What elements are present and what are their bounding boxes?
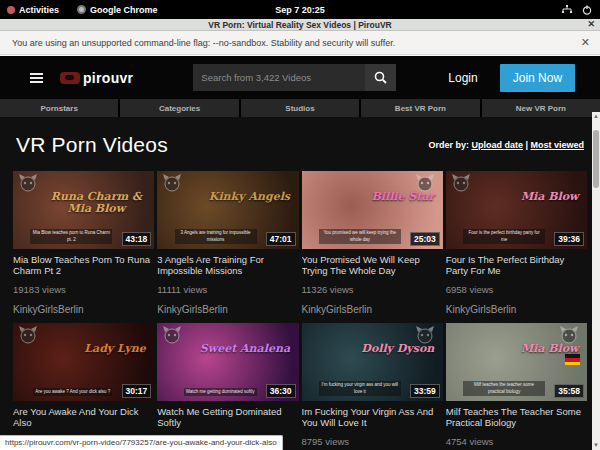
video-card[interactable]: Kinky Angels 3 Angels are training for i… [157,171,298,315]
nav-item-pornstars[interactable]: Pornstars [0,99,118,117]
join-now-button[interactable]: Join Now [500,64,575,92]
warning-text: You are using an unsupported command-lin… [12,38,395,48]
video-card[interactable]: Sweet Analena Watch me getting dominated… [157,323,298,450]
video-title[interactable]: Mia Blow Teaches Porn To Runa Charm Pt 2 [13,254,154,277]
thumbnail-performer-name: Dolly Dyson [361,343,434,355]
site-logo[interactable]: pirouvr [60,70,133,86]
thumbnail-performer-name: Runa Charm & Mia Blow [47,191,146,215]
video-thumbnail[interactable]: Mia Blow Four is the perfect birthday pa… [446,171,587,249]
duration-badge: 30:17 [122,384,152,398]
thumbnail-caption: 3 Angels are training for impossible mis… [175,229,257,244]
order-most-viewed-link[interactable]: Most viewed [530,140,584,150]
clock[interactable]: Sep 7 20:25 [275,5,325,15]
power-icon[interactable] [582,5,592,15]
thumbnail-performer-name: Kinky Angels [209,191,290,203]
login-link[interactable]: Login [448,71,477,85]
order-upload-date-link[interactable]: Upload date [471,140,523,150]
chrome-icon [77,5,86,14]
video-card[interactable]: Mia Blow Milf teaches the teacher some p… [446,323,587,450]
nav-item-categories[interactable]: Categories [120,99,238,117]
thumbnail-performer-name: Sweet Analena [200,343,290,355]
video-card[interactable]: Lady Lyne Are you awake ? And your dick … [13,323,154,450]
scrollbar-up-arrow-icon[interactable]: ▲ [593,112,599,120]
duration-badge: 33:59 [410,384,440,398]
video-studio-link[interactable]: KinkyGirlsBerlin [446,304,587,315]
logo-text: pirouvr [83,70,133,86]
german-flag-icon [565,354,580,365]
window-close-icon[interactable]: ✕ [587,19,595,29]
video-thumbnail[interactable]: Billie Star You promised we will keep tr… [302,171,443,249]
video-views: 19183 views [13,284,154,295]
site-header: pirouvr Login Join Now [0,56,600,99]
app-name-label: Google Chrome [90,5,158,15]
video-title[interactable]: 3 Angels Are Training For Impossible Mis… [157,254,298,277]
network-icon[interactable] [562,5,572,14]
video-card[interactable]: Runa Charm & Mia Blow Mia Blow teaches p… [13,171,154,315]
video-thumbnail[interactable]: Mia Blow Milf teaches the teacher some p… [446,323,587,401]
search-bar [193,64,396,91]
video-card[interactable]: Billie Star You promised we will keep tr… [302,171,443,315]
browser-scrollbar[interactable]: ▲ ▼ [592,112,600,450]
video-title[interactable]: Four Is The Perfect Birthday Party For M… [446,254,587,277]
video-studio-link[interactable]: KinkyGirlsBerlin [302,304,443,315]
video-title[interactable]: Im Fucking Your Virgin Ass And You Will … [302,406,443,429]
thumbnail-performer-name: Mia Blow [521,191,579,203]
page-heading-row: VR Porn Videos Order by: Upload date | M… [0,117,600,171]
search-input[interactable] [193,64,365,91]
focused-app-menu[interactable]: Google Chrome [77,5,158,15]
video-thumbnail[interactable]: Dolly Dyson I'm fucking your virgin ass … [302,323,443,401]
studio-cat-mask-icon [162,174,182,192]
video-card[interactable]: Dolly Dyson I'm fucking your virgin ass … [302,323,443,450]
window-title: VR Porn: Virtual Reality Sex Videos | Pi… [208,20,391,30]
video-views: 4754 views [446,436,587,447]
video-studio-link[interactable]: KinkyGirlsBerlin [13,304,154,315]
studio-cat-mask-icon [162,326,182,344]
duration-badge: 25:03 [410,232,440,246]
window-title-bar: VR Porn: Virtual Reality Sex Videos | Pi… [0,19,600,31]
activities-button[interactable]: Activities [7,5,59,15]
thumbnail-caption: You promised we will keep trying the who… [319,229,401,244]
video-grid: Runa Charm & Mia Blow Mia Blow teaches p… [0,171,600,450]
thumbnail-performer-name: Billie Star [371,191,434,203]
video-title[interactable]: You Promised We Will Keep Trying The Who… [302,254,443,277]
duration-badge: 35:58 [554,384,584,398]
scrollbar-down-arrow-icon[interactable]: ▼ [593,441,599,449]
recording-indicator-icon [7,6,15,14]
duration-badge: 47:01 [266,232,296,246]
video-views: 11326 views [302,284,443,295]
thumbnail-caption: Watch me getting dominated softly [184,388,257,396]
duration-badge: 43:18 [122,232,152,246]
video-thumbnail[interactable]: Kinky Angels 3 Angels are training for i… [157,171,298,249]
video-studio-link[interactable]: KinkyGirlsBerlin [157,304,298,315]
status-bar-url: https://pirouvr.com/vr-porn-video/779325… [0,435,283,450]
thumbnail-caption: Milf teaches the teacher some practical … [463,381,545,396]
chrome-warning-bar: You are using an unsupported command-lin… [0,31,600,55]
video-views: 11111 views [157,284,298,295]
thumbnail-caption: Mia Blow teaches porn to Runa Charm pt. … [30,229,112,244]
nav-item-new-vr-porn[interactable]: New VR Porn [482,99,600,117]
studio-cat-mask-icon [451,174,471,192]
scrollbar-thumb[interactable] [593,130,599,188]
nav-item-best-vr-porn[interactable]: Best VR Porn [361,99,479,117]
duration-badge: 36:30 [266,384,296,398]
video-thumbnail[interactable]: Lady Lyne Are you awake ? And your dick … [13,323,154,401]
video-thumbnail[interactable]: Runa Charm & Mia Blow Mia Blow teaches p… [13,171,154,249]
studio-cat-mask-icon [18,174,38,192]
video-title[interactable]: Are You Awake And Your Dick Also [13,406,154,429]
warning-close-icon[interactable]: ✕ [581,36,590,49]
system-top-bar: Activities Google Chrome Sep 7 20:25 [0,0,600,19]
thumbnail-caption: I'm fucking your virgin ass and you will… [319,381,401,396]
search-button[interactable] [365,64,396,91]
duration-badge: 39:36 [554,232,584,246]
order-by-control: Order by: Upload date | Most viewed [428,140,584,150]
page-title: VR Porn Videos [16,133,168,157]
hamburger-menu-icon[interactable] [30,71,44,85]
thumbnail-caption: Four is the perfect birthday party for m… [463,229,545,244]
video-views: 6958 views [446,284,587,295]
nav-item-studios[interactable]: Studios [241,99,359,117]
video-card[interactable]: Mia Blow Four is the perfect birthday pa… [446,171,587,315]
video-thumbnail[interactable]: Sweet Analena Watch me getting dominated… [157,323,298,401]
video-title[interactable]: Milf Teaches The Teacher Some Practical … [446,406,587,429]
video-title[interactable]: Watch Me Getting Dominated Softly [157,406,298,429]
video-views: 8795 views [302,436,443,447]
